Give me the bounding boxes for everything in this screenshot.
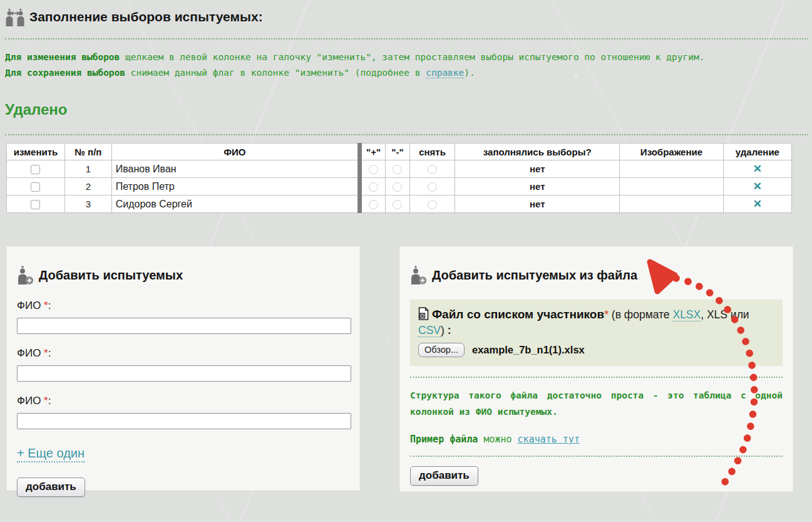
- add-one-more-link[interactable]: + Еще один: [17, 446, 85, 462]
- filled-status: нет: [455, 196, 620, 213]
- page-header: Заполнение выборов испытуемых:: [5, 8, 263, 26]
- filled-status: нет: [455, 160, 620, 178]
- edit-checkbox[interactable]: [31, 165, 40, 174]
- file-input-row: Обзор... example_7b_n1(1).xlsx: [418, 342, 774, 358]
- edit-checkbox[interactable]: [31, 182, 40, 192]
- instruction-bold: Для изменения выборов: [5, 52, 120, 62]
- col-fio: ФИО: [111, 144, 359, 160]
- add-panel-title-row: Добавить испытуемых: [17, 266, 349, 284]
- fio-label: ФИО *:: [17, 300, 349, 312]
- person-add-icon: [410, 266, 427, 284]
- file-upload-box: Файл со списком участников* (в формате X…: [410, 300, 783, 366]
- divider: [410, 377, 783, 378]
- add-panel-title: Добавить испытуемых: [39, 268, 183, 283]
- filled-status: нет: [455, 178, 620, 196]
- download-example-link[interactable]: скачать тут: [518, 434, 580, 445]
- person-add-icon: [17, 266, 34, 284]
- image-cell: [620, 196, 724, 213]
- add-subjects-panel: Добавить испытуемых ФИО *: ФИО *: ФИО *:…: [6, 246, 360, 491]
- minus-radio[interactable]: [393, 165, 402, 174]
- subjects-table: изменить № п/п ФИО "+" "-" снять заполня…: [6, 143, 792, 213]
- plus-radio[interactable]: [369, 182, 378, 192]
- instruction-text: ).: [464, 68, 475, 78]
- col-filled: заполнялись выборы?: [455, 144, 620, 160]
- table-header-row: изменить № п/п ФИО "+" "-" снять заполня…: [7, 144, 792, 160]
- fio-input-1[interactable]: [17, 318, 351, 334]
- fio-input-3[interactable]: [17, 413, 351, 429]
- table-row: 1 Иванов Иван нет ✕: [7, 160, 792, 178]
- delete-button[interactable]: ✕: [753, 198, 762, 210]
- file-panel-title-row: Добавить испытуемых из файла: [410, 266, 783, 284]
- fio-label: ФИО *:: [17, 347, 349, 360]
- col-plus: "+": [359, 144, 385, 160]
- col-number: № п/п: [64, 144, 111, 160]
- delete-button[interactable]: ✕: [753, 163, 762, 175]
- col-clear: снять: [409, 144, 455, 160]
- page-title: Заполнение выборов испытуемых:: [29, 9, 263, 24]
- csv-link[interactable]: CSV: [418, 324, 441, 337]
- edit-checkbox[interactable]: [31, 200, 40, 209]
- add-from-file-panel: Добавить испытуемых из файла Файл со спи…: [399, 246, 793, 492]
- required-mark: *: [44, 395, 48, 407]
- people-exchange-icon: [5, 8, 25, 26]
- minus-radio[interactable]: [393, 200, 402, 209]
- selected-file-name: example_7b_n1(1).xlsx: [472, 342, 585, 358]
- row-number: 1: [64, 160, 111, 178]
- file-label-line: Файл со списком участников* (в формате X…: [418, 306, 774, 338]
- instruction-bold: Для сохранения выборов: [5, 68, 125, 78]
- image-cell: [620, 178, 724, 196]
- divider: [5, 134, 808, 135]
- add-subjects-button[interactable]: добавить: [17, 478, 85, 497]
- example-file-line: Пример файла можно скачать тут: [410, 434, 783, 445]
- deleted-heading: Удалено: [5, 101, 67, 118]
- subject-name: Сидоров Сергей: [111, 196, 359, 213]
- instructions: Для изменения выборов щелкаем в левой ко…: [5, 50, 809, 80]
- required-mark: *: [44, 300, 48, 311]
- col-edit: изменить: [7, 144, 65, 160]
- subject-name: Иванов Иван: [111, 160, 359, 178]
- instruction-text: снимаем данный флаг в колонке "изменить"…: [125, 68, 426, 78]
- col-minus: "-": [386, 144, 409, 160]
- file-panel-title: Добавить испытуемых из файла: [432, 268, 637, 283]
- col-image: Изображение: [620, 144, 724, 160]
- help-link[interactable]: справке: [426, 68, 464, 78]
- divider: [5, 38, 808, 39]
- fio-input-2[interactable]: [17, 365, 351, 382]
- minus-radio[interactable]: [393, 182, 402, 192]
- browse-button[interactable]: Обзор...: [418, 343, 465, 357]
- file-structure-note: Структура такого файла достаточно проста…: [410, 387, 783, 420]
- delete-button[interactable]: ✕: [753, 180, 762, 192]
- image-cell: [620, 160, 724, 178]
- clear-radio[interactable]: [428, 200, 437, 209]
- row-number: 3: [64, 196, 111, 213]
- fio-label: ФИО *:: [17, 395, 349, 407]
- subject-name: Петров Петр: [111, 178, 359, 196]
- divider: [410, 456, 783, 457]
- required-mark: *: [604, 308, 609, 321]
- col-delete: удаление: [723, 144, 791, 160]
- xlsx-link[interactable]: XLSX: [672, 308, 701, 321]
- file-label: Файл со списком участников: [432, 308, 604, 321]
- instruction-line-2: Для сохранения выборов снимаем данный фл…: [5, 65, 809, 81]
- clear-radio[interactable]: [428, 182, 437, 192]
- plus-radio[interactable]: [369, 200, 378, 209]
- table-row: 2 Петров Петр нет ✕: [7, 178, 792, 196]
- required-mark: *: [44, 347, 48, 359]
- row-number: 2: [64, 178, 111, 196]
- instruction-text: щелкаем в левой колонке на галочку "изме…: [120, 52, 704, 62]
- clear-radio[interactable]: [428, 165, 437, 174]
- plus-radio[interactable]: [369, 165, 378, 174]
- table-row: 3 Сидоров Сергей нет ✕: [7, 196, 792, 213]
- add-from-file-button[interactable]: добавить: [410, 466, 478, 486]
- excel-file-icon: [418, 307, 429, 320]
- instruction-line-1: Для изменения выборов щелкаем в левой ко…: [5, 50, 809, 65]
